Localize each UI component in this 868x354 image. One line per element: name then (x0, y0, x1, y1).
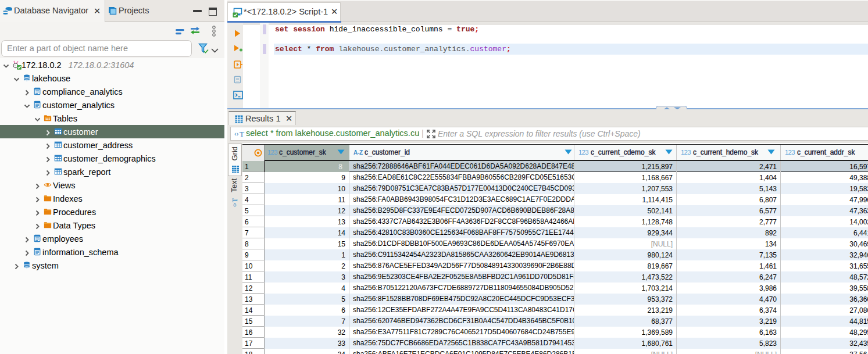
svg-text:‹›: ‹› (231, 203, 238, 207)
svg-text:T: T (240, 130, 244, 138)
svg-text:‹›: ‹› (234, 130, 239, 137)
svg-text:T: T (231, 198, 239, 202)
